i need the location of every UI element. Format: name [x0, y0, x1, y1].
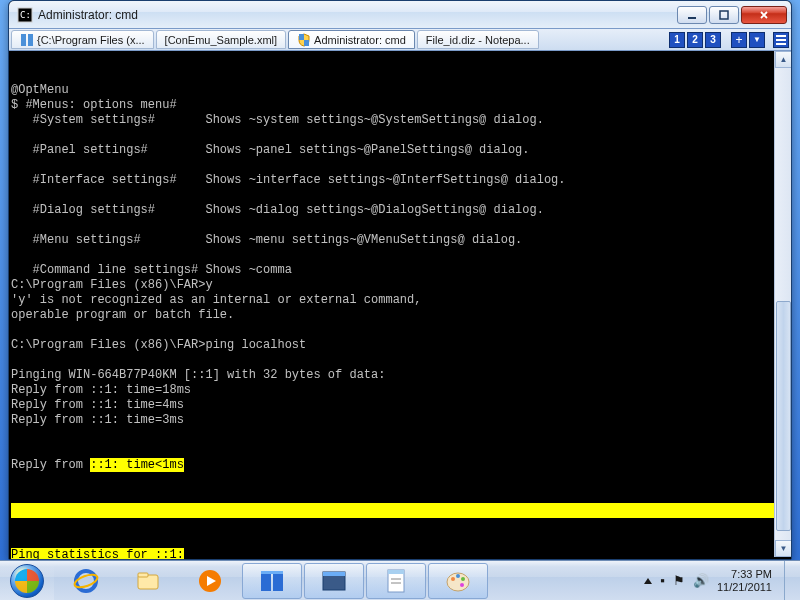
console-2-button[interactable]: 2: [687, 32, 703, 48]
tab-label: Administrator: cmd: [314, 34, 406, 46]
tab-admin-cmd[interactable]: Administrator: cmd: [288, 30, 415, 49]
taskbar-notepad[interactable]: [366, 563, 426, 599]
tab-fileid-notepad[interactable]: File_id.diz - Notepa...: [417, 30, 539, 49]
svg-rect-6: [299, 34, 304, 40]
svg-rect-2: [688, 17, 696, 19]
action-center-icon[interactable]: ⚑: [673, 573, 685, 588]
svg-rect-5: [28, 34, 33, 46]
dropdown-button[interactable]: ▼: [749, 32, 765, 48]
svg-rect-4: [21, 34, 26, 46]
console-1-button[interactable]: 1: [669, 32, 685, 48]
taskbar-items: [54, 561, 488, 601]
terminal-output-line: Reply from ::1: time<1ms: [11, 458, 791, 473]
terminal-output-line: [11, 503, 791, 518]
taskbar-mediaplayer[interactable]: [180, 563, 240, 599]
svg-rect-19: [388, 570, 404, 574]
svg-rect-7: [304, 40, 309, 46]
svg-point-23: [451, 577, 455, 581]
taskbar-ie[interactable]: [56, 563, 116, 599]
tab-program-files[interactable]: {C:\Program Files (x...: [11, 30, 154, 49]
taskbar-paint[interactable]: [428, 563, 488, 599]
windows-orb-icon: [10, 564, 44, 598]
window-title: Administrator: cmd: [38, 8, 677, 22]
tab-label: {C:\Program Files (x...: [37, 34, 145, 46]
minimize-button[interactable]: [677, 6, 707, 24]
terminal[interactable]: @OptMenu$ #Menus: options menu# #System …: [9, 51, 791, 559]
console-3-button[interactable]: 3: [705, 32, 721, 48]
svg-rect-17: [323, 572, 345, 576]
app-icon: C:: [17, 7, 33, 23]
new-console-button[interactable]: +: [731, 32, 747, 48]
menu-button[interactable]: [773, 32, 789, 48]
volume-icon[interactable]: 🔊: [693, 573, 709, 588]
clock[interactable]: 7:33 PM 11/21/2011: [717, 568, 772, 594]
tab-label: [ConEmu_Sample.xml]: [165, 34, 278, 46]
scroll-down-button[interactable]: ▼: [775, 540, 792, 557]
close-button[interactable]: [741, 6, 787, 24]
scroll-thumb[interactable]: [776, 301, 791, 531]
tabbar-right: 1 2 3 + ▼: [669, 32, 789, 48]
svg-rect-15: [261, 571, 283, 574]
svg-point-26: [460, 583, 464, 587]
scrollbar[interactable]: ▲ ▼: [774, 51, 791, 557]
svg-rect-3: [720, 11, 728, 19]
selection: [11, 503, 776, 518]
system-tray: ▪ ⚑ 🔊 7:33 PM 11/21/2011: [644, 561, 800, 600]
selection: Ping statistics for ::1:: [11, 548, 184, 559]
tray-expand-icon[interactable]: [644, 578, 652, 584]
tab-label: File_id.diz - Notepa...: [426, 34, 530, 46]
titlebar[interactable]: C: Administrator: cmd: [9, 1, 791, 29]
scroll-up-button[interactable]: ▲: [775, 51, 792, 68]
window-buttons: [677, 6, 787, 24]
taskbar[interactable]: ▪ ⚑ 🔊 7:33 PM 11/21/2011: [0, 560, 800, 600]
svg-point-24: [456, 574, 460, 578]
app-window: C: Administrator: cmd {C:\Program Files …: [8, 0, 792, 560]
svg-rect-11: [138, 573, 148, 577]
terminal-output: @OptMenu$ #Menus: options menu# #System …: [11, 83, 791, 428]
tab-conemu-sample[interactable]: [ConEmu_Sample.xml]: [156, 30, 287, 49]
selection: ::1: time<1ms: [90, 458, 184, 472]
svg-text:C:: C:: [20, 10, 31, 20]
tray-app-icon[interactable]: ▪: [660, 573, 665, 588]
panel-icon: [20, 33, 34, 47]
taskbar-explorer[interactable]: [118, 563, 178, 599]
time-text: 7:33 PM: [717, 568, 772, 581]
start-button[interactable]: [0, 561, 54, 601]
tab-bar: {C:\Program Files (x... [ConEmu_Sample.x…: [9, 29, 791, 51]
svg-point-25: [461, 577, 465, 581]
shield-icon: [297, 33, 311, 47]
terminal-output-line: Ping statistics for ::1:: [11, 548, 791, 559]
maximize-button[interactable]: [709, 6, 739, 24]
taskbar-conemu[interactable]: [242, 563, 302, 599]
date-text: 11/21/2011: [717, 581, 772, 594]
taskbar-window[interactable]: [304, 563, 364, 599]
show-desktop-button[interactable]: [784, 561, 794, 601]
